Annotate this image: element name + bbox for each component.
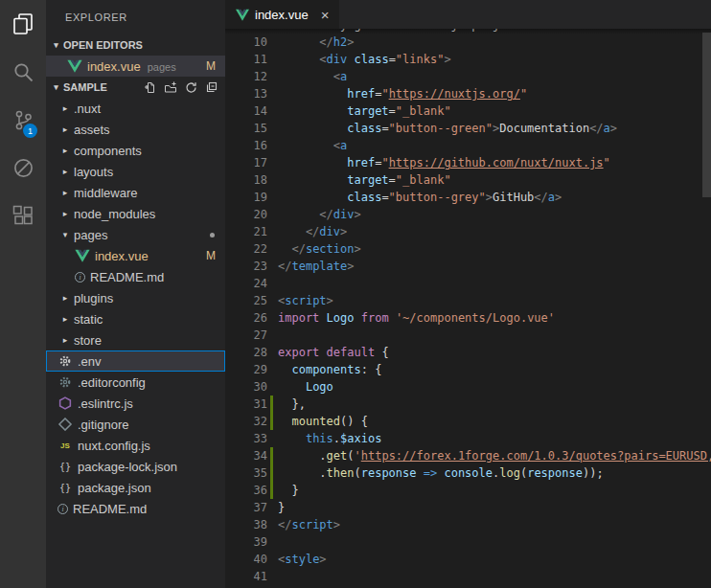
code-line-25[interactable]: 25<script> <box>225 292 711 309</box>
line-number[interactable]: 23 <box>225 258 267 275</box>
line-number[interactable]: 27 <box>225 327 267 344</box>
open-editor-item[interactable]: index.vue pages M <box>46 56 225 77</box>
tree-folder-node_modules[interactable]: ▸node_modules <box>46 203 225 224</box>
line-number[interactable]: 20 <box>225 206 267 223</box>
line-number[interactable]: 36 <box>225 482 267 499</box>
code-line-21[interactable]: 21 </div> <box>225 223 711 240</box>
code-line-20[interactable]: 20 </div> <box>225 206 711 223</box>
tree-file-.env[interactable]: .env <box>46 351 225 372</box>
line-number[interactable]: 25 <box>225 292 267 309</box>
code-line-41[interactable]: 41 <box>225 568 711 585</box>
line-number[interactable]: 39 <box>225 533 267 551</box>
code-line-36[interactable]: 36 } <box>225 482 711 499</box>
new-file-icon[interactable] <box>144 81 156 94</box>
line-number[interactable]: 32 <box>225 413 267 430</box>
tree-file-package.json[interactable]: {}package.json <box>46 477 225 498</box>
code-line-31[interactable]: 31 }, <box>225 396 711 413</box>
activity-source-control-button[interactable]: 1 <box>0 96 46 144</box>
activity-explorer-button[interactable] <box>0 0 46 48</box>
line-number[interactable]: 13 <box>225 85 267 102</box>
code-line-11[interactable]: 11 <div class="links"> <box>225 51 711 68</box>
activity-search-button[interactable] <box>0 48 46 96</box>
code-line-28[interactable]: 28export default { <box>225 344 711 361</box>
code-line-23[interactable]: 23</template> <box>225 258 711 275</box>
code-line-26[interactable]: 26import Logo from '~/components/Logo.vu… <box>225 309 711 327</box>
refresh-icon[interactable] <box>185 81 197 94</box>
tree-folder-layouts[interactable]: ▸layouts <box>46 161 225 182</box>
tree-folder-pages[interactable]: ▾pages <box>46 224 225 245</box>
line-number[interactable]: 14 <box>225 102 267 120</box>
code-editor[interactable]: 9 My glorious Nuxt.js project10 </h2>11 … <box>225 29 711 588</box>
line-number[interactable]: 30 <box>225 378 267 396</box>
tree-file-.gitignore[interactable]: .gitignore <box>46 414 225 435</box>
line-number[interactable]: 11 <box>225 51 267 68</box>
line-number[interactable]: 10 <box>225 34 267 51</box>
tab-index-vue[interactable]: index.vue × <box>225 0 339 29</box>
tree-folder-.nuxt[interactable]: ▸.nuxt <box>46 98 225 119</box>
code-line-15[interactable]: 15 class="button--green">Documentation</… <box>225 120 711 137</box>
tree-folder-plugins[interactable]: ▸plugins <box>46 287 225 308</box>
line-number[interactable]: 15 <box>225 120 267 137</box>
tree-file-nuxt.config.js[interactable]: JSnuxt.config.js <box>46 435 225 456</box>
activity-debug-button[interactable] <box>0 144 46 192</box>
tree-file-.editorconfig[interactable]: .editorconfig <box>46 372 225 393</box>
collapse-all-icon[interactable] <box>205 81 218 94</box>
line-number[interactable]: 26 <box>225 309 267 327</box>
code-line-33[interactable]: 33 this.$axios <box>225 430 711 447</box>
close-icon[interactable]: × <box>321 7 330 23</box>
line-number[interactable]: 34 <box>225 447 267 464</box>
code-line-14[interactable]: 14 target="_blank" <box>225 102 711 120</box>
code-line-16[interactable]: 16 <a <box>225 137 711 154</box>
tree-folder-middleware[interactable]: ▸middleware <box>46 182 225 203</box>
vertical-scrollbar[interactable] <box>702 33 711 197</box>
tree-file-index.vue[interactable]: index.vueM <box>46 245 225 266</box>
line-number[interactable]: 19 <box>225 189 267 206</box>
code-line-12[interactable]: 12 <a <box>225 68 711 85</box>
line-number[interactable]: 21 <box>225 223 267 240</box>
code-line-34[interactable]: 34 .get('https://forex.1forge.com/1.0.3/… <box>225 447 711 464</box>
line-number[interactable]: 33 <box>225 430 267 447</box>
line-number[interactable]: 16 <box>225 137 267 154</box>
line-number[interactable]: 17 <box>225 154 267 171</box>
line-number[interactable]: 31 <box>225 396 267 413</box>
code-line-29[interactable]: 29 components: { <box>225 361 711 378</box>
code-line-40[interactable]: 40<style> <box>225 551 711 568</box>
tree-file-.eslintrc.js[interactable]: .eslintrc.js <box>46 393 225 414</box>
sample-section-header[interactable]: ▾ SAMPLE <box>46 77 225 98</box>
tree-folder-static[interactable]: ▸static <box>46 308 225 329</box>
tree-file-README.md[interactable]: iREADME.md <box>46 498 225 519</box>
activity-extensions-button[interactable] <box>0 192 46 239</box>
new-folder-icon[interactable] <box>164 81 177 94</box>
tree-folder-assets[interactable]: ▸assets <box>46 119 225 140</box>
tree-folder-store[interactable]: ▸store <box>46 329 225 351</box>
line-number[interactable]: 18 <box>225 171 267 189</box>
line-number[interactable]: 37 <box>225 499 267 516</box>
line-number[interactable]: 38 <box>225 516 267 533</box>
line-number[interactable]: 41 <box>225 568 267 585</box>
tree-file-package-lock.json[interactable]: {}package-lock.json <box>46 456 225 477</box>
code-line-13[interactable]: 13 href="https://nuxtjs.org/" <box>225 85 711 102</box>
code-line-17[interactable]: 17 href="https://github.com/nuxt/nuxt.js… <box>225 154 711 171</box>
code-line-19[interactable]: 19 class="button--grey">GitHub</a> <box>225 189 711 206</box>
code-line-18[interactable]: 18 target="_blank" <box>225 171 711 189</box>
open-editors-header[interactable]: ▾ OPEN EDITORS <box>46 34 225 56</box>
code-line-22[interactable]: 22 </section> <box>225 240 711 258</box>
code-line-35[interactable]: 35 .then(response => console.log(respons… <box>225 464 711 482</box>
tree-file-README.md[interactable]: iREADME.md <box>46 266 225 287</box>
line-number[interactable]: 28 <box>225 344 267 361</box>
line-number[interactable]: 40 <box>225 551 267 568</box>
line-number[interactable]: 24 <box>225 275 267 292</box>
line-number[interactable]: 12 <box>225 68 267 85</box>
line-number[interactable]: 29 <box>225 361 267 378</box>
line-number[interactable]: 22 <box>225 240 267 258</box>
code-line-24[interactable]: 24 <box>225 275 711 292</box>
code-line-38[interactable]: 38</script> <box>225 516 711 533</box>
code-line-39[interactable]: 39 <box>225 533 711 551</box>
code-line-32[interactable]: 32 mounted() { <box>225 413 711 430</box>
code-line-37[interactable]: 37} <box>225 499 711 516</box>
line-number[interactable]: 35 <box>225 464 267 482</box>
code-line-30[interactable]: 30 Logo <box>225 378 711 396</box>
code-line-10[interactable]: 10 </h2> <box>225 34 711 51</box>
code-line-27[interactable]: 27 <box>225 327 711 344</box>
tree-folder-components[interactable]: ▸components <box>46 140 225 161</box>
